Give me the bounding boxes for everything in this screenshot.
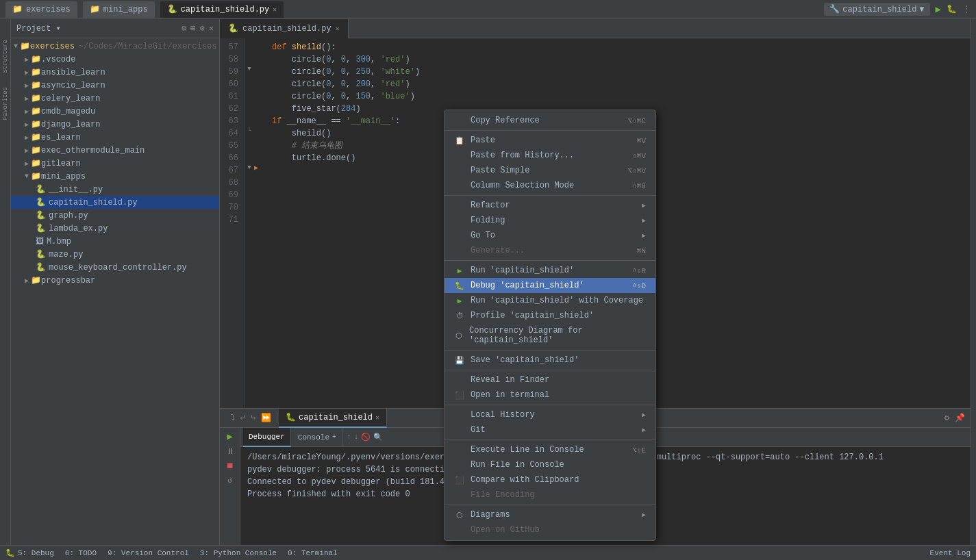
menu-run-file-console[interactable]: Run File in Console — [445, 457, 655, 472]
debug-step-over[interactable]: ⤵ — [231, 413, 235, 423]
menu-local-history[interactable]: Local History ▶ — [445, 407, 655, 422]
close-editor-tab-icon[interactable]: ✕ — [336, 25, 340, 33]
status-todo[interactable]: 6: TODO — [65, 549, 97, 557]
menu-folding[interactable]: Folding ▶ — [445, 213, 655, 228]
close-tab-icon[interactable]: ✕ — [273, 5, 277, 14]
tab-exercises[interactable]: 📁 exercises — [5, 1, 77, 18]
debug-stop-icon[interactable]: ⏹ — [226, 461, 234, 471]
menu-run-coverage[interactable]: ▶ Run 'capitain_shield' with Coverage — [445, 293, 655, 308]
up-icon[interactable]: ↑ — [347, 433, 351, 442]
tree-cmdb[interactable]: ▶ 📁 cmdb_magedu — [11, 105, 219, 118]
debug-step-out[interactable]: ⤷ — [250, 413, 257, 423]
filter-icon[interactable]: 🔍 — [373, 433, 383, 442]
pin-icon[interactable]: 📌 — [955, 413, 965, 423]
save-menu-icon: 💾 — [454, 356, 465, 365]
menu-run[interactable]: ▶ Run 'capitain_shield' ^⇧R — [445, 263, 655, 278]
menu-git[interactable]: Git ▶ — [445, 422, 655, 437]
tab-debugger[interactable]: Debugger — [243, 428, 291, 447]
sidebar-icons: ⚙ ⊞ ⚙ ✕ — [182, 23, 214, 34]
gear2-icon[interactable]: ⚙ — [200, 23, 205, 34]
menu-paste-history[interactable]: Paste from History... ⇧⌘V — [445, 148, 655, 163]
left-icon-favorites[interactable]: Favorites — [2, 87, 9, 120]
tree-mbmp[interactable]: 🖼 M.bmp — [11, 235, 219, 248]
menu-compare-clipboard[interactable]: ⬛ Compare with Clipboard — [445, 472, 655, 487]
debug-pause-icon[interactable]: ⏸ — [226, 446, 234, 457]
left-icon-structure[interactable]: Structure — [2, 40, 9, 73]
tab-debug[interactable]: 🐛 capitain_shield ✕ — [279, 409, 387, 428]
menu-debug[interactable]: 🐛 Debug 'capitain_shield' ^⇧D — [445, 278, 655, 293]
tree-graph[interactable]: 🐍 graph.py — [11, 209, 219, 222]
menu-diagrams[interactable]: ⬡ Diagrams ▶ — [445, 507, 655, 522]
status-terminal[interactable]: 0: Terminal — [288, 549, 338, 557]
menu-refactor[interactable]: Refactor ▶ — [445, 198, 655, 213]
settings-icon[interactable]: ⚙ — [182, 23, 186, 34]
tree-ansible[interactable]: ▶ 📁 ansible_learn — [11, 66, 219, 79]
menu-copy-reference[interactable]: Copy Reference ⌥⇧⌘C — [445, 113, 655, 128]
clear-icon[interactable]: 🚫 — [361, 433, 371, 442]
menu-save[interactable]: 💾 Save 'capitain_shield' — [445, 353, 655, 368]
menu-reveal-finder[interactable]: Reveal in Finder — [445, 372, 655, 387]
tree-asyncio[interactable]: ▶ 📁 asyncio_learn — [11, 79, 219, 92]
menu-profile[interactable]: ⏱ Profile 'capitain_shield' — [445, 308, 655, 323]
tree-root[interactable]: ▼ 📁 exercises ~/Codes/MiracleGit/exercis… — [11, 40, 219, 53]
status-debug[interactable]: 🐛 5: Debug — [5, 548, 54, 557]
py-icon-init: 🐍 — [36, 184, 46, 194]
tree-mini-apps[interactable]: ▼ 📁 mini_apps — [11, 170, 219, 183]
menu-column-selection[interactable]: Column Selection Mode ⇧⌘8 — [445, 178, 655, 193]
tree-django[interactable]: ▶ 📁 django_learn — [11, 118, 219, 131]
folder-icon-mini: 📁 — [31, 171, 41, 181]
debug-button[interactable]: 🐛 — [947, 4, 957, 14]
close-sidebar-icon[interactable]: ✕ — [209, 23, 214, 34]
debug-run-cursor[interactable]: ⏩ — [261, 413, 271, 423]
sidebar-header: Project ▾ ⚙ ⊞ ⚙ ✕ — [11, 19, 219, 38]
status-vcs[interactable]: 9: Version Control — [108, 549, 189, 557]
close-debug-tab[interactable]: ✕ — [375, 413, 379, 422]
project-label[interactable]: Project ▾ — [16, 24, 61, 34]
tree-celery[interactable]: ▶ 📁 celery_learn — [11, 92, 219, 105]
py-file-icon: 🐍 — [167, 4, 177, 14]
tree-es[interactable]: ▶ 📁 es_learn — [11, 131, 219, 144]
status-bar: 🐛 5: Debug 6: TODO 9: Version Control 3:… — [0, 545, 976, 560]
menu-goto[interactable]: Go To ▶ — [445, 228, 655, 243]
tree-lambda[interactable]: 🐍 lambda_ex.py — [11, 222, 219, 235]
tab-mini-apps[interactable]: 📁 mini_apps — [83, 1, 155, 18]
tree-exec[interactable]: ▶ 📁 exec_othermodule_main — [11, 144, 219, 157]
down-icon[interactable]: ↓ — [354, 433, 359, 442]
project-icon: 🔧 — [829, 4, 840, 14]
tree-progressbar[interactable]: ▶ 📁 progressbar — [11, 274, 219, 287]
debug-sidebar-icons: ▶ ⏸ ⏹ ↺ — [220, 428, 240, 545]
tree-vscode[interactable]: ▶ 📁 .vscode — [11, 53, 219, 66]
menu-execute-line[interactable]: Execute Line in Console ⌥⇧E — [445, 442, 655, 457]
project-selector[interactable]: 🔧 capitain_shield ▼ — [824, 3, 929, 16]
code-line-61: circle(0, 0, 250, 'white') — [272, 66, 962, 78]
separator-7 — [445, 440, 655, 440]
debug-step-into[interactable]: ⤶ — [239, 413, 246, 423]
menu-paste[interactable]: 📋 Paste ⌘V — [445, 133, 655, 148]
tree-maze[interactable]: 🐍 maze.py — [11, 248, 219, 261]
tree-mouse[interactable]: 🐍 mouse_keyboard_controller.py — [11, 261, 219, 274]
debug-resume-icon[interactable]: ▶ — [227, 431, 232, 442]
debug-rerun-icon[interactable]: ↺ — [227, 475, 232, 485]
right-scrollbar[interactable] — [971, 19, 976, 545]
tab-capitain-shield[interactable]: 🐍 capitain_shield.py ✕ — [160, 1, 284, 18]
menu-paste-simple[interactable]: Paste Simple ⌥⇧⌘V — [445, 163, 655, 178]
tab-console[interactable]: Console + — [292, 428, 342, 447]
status-python-console[interactable]: 3: Python Console — [200, 549, 277, 557]
tree-init[interactable]: 🐍 __init__.py — [11, 183, 219, 196]
tree-capitain[interactable]: 🐍 capitain_shield.py — [11, 196, 219, 209]
tree-gitlearn[interactable]: ▶ 📁 gitlearn — [11, 157, 219, 170]
settings-bottom-icon[interactable]: ⚙ — [944, 413, 949, 423]
folder-icon-progress: 📁 — [31, 275, 41, 285]
bottom-panel-icons: ⚙ 📌 — [944, 413, 965, 423]
editor-tab-file[interactable]: 🐍 capitain_shield.py ✕ — [220, 19, 349, 38]
status-event-log[interactable]: Event Log — [930, 549, 971, 557]
context-menu: Copy Reference ⌥⇧⌘C 📋 Paste ⌘V Paste fro… — [444, 110, 656, 541]
add-console-icon[interactable]: + — [332, 433, 336, 441]
expand-icon[interactable]: ⊞ — [190, 23, 195, 34]
menu-open-terminal[interactable]: ⬛ Open in terminal — [445, 387, 655, 403]
run-button[interactable]: ▶ — [936, 3, 941, 15]
more-options[interactable]: ⋮ — [962, 4, 971, 14]
menu-concurrency[interactable]: ⬡ Concurrency Diagram for 'capitain_shie… — [445, 323, 655, 348]
folder-icon: 📁 — [12, 4, 23, 14]
folder-icon-asyncio: 📁 — [31, 80, 41, 90]
